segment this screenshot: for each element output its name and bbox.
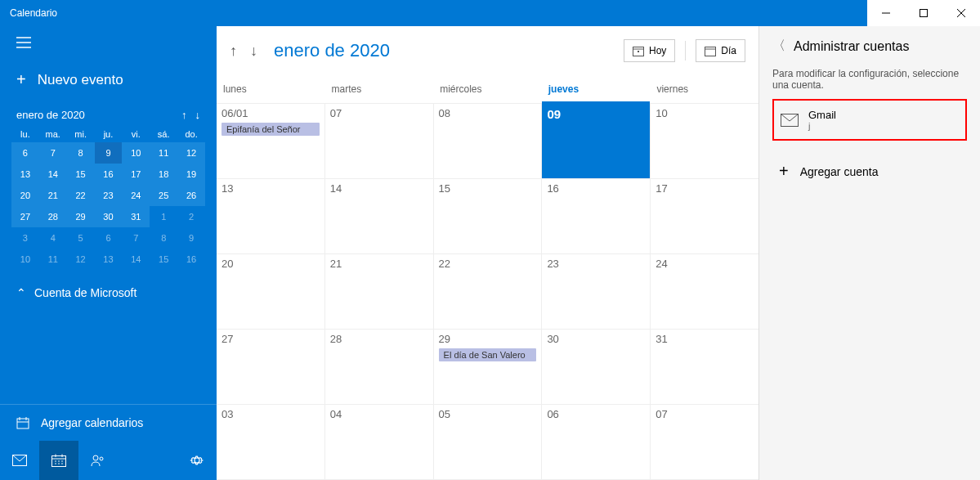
mini-day-cell[interactable]: 7 <box>122 227 150 249</box>
mini-day-cell[interactable]: 9 <box>95 142 123 164</box>
mini-day-cell[interactable]: 29 <box>67 206 95 227</box>
mini-day-cell[interactable]: 24 <box>122 185 150 206</box>
mini-day-cell[interactable]: 20 <box>11 185 39 206</box>
mini-day-cell[interactable]: 22 <box>67 185 95 206</box>
mini-day-cell[interactable]: 8 <box>150 227 177 249</box>
day-number: 15 <box>439 182 537 195</box>
calendar-day-cell[interactable]: 04 <box>325 405 434 479</box>
cal-prev-button[interactable]: ↑ <box>230 43 237 60</box>
calendar-day-cell[interactable]: 08 <box>434 104 543 178</box>
calendar-day-cell[interactable]: 21 <box>325 254 434 329</box>
calendar-event[interactable]: El día de San Valero <box>439 348 537 361</box>
mini-day-cell[interactable]: 14 <box>39 164 67 185</box>
minimize-button[interactable] <box>867 0 905 26</box>
mini-prev-button[interactable]: ↑ <box>181 109 187 121</box>
calendar-day-cell[interactable]: 22 <box>434 254 543 329</box>
mini-day-cell[interactable]: 16 <box>177 249 205 270</box>
panel-back-button[interactable]: 〈 <box>772 38 785 55</box>
calendar-day-cell[interactable]: 07 <box>325 104 434 178</box>
mini-day-cell[interactable]: 30 <box>95 206 123 227</box>
calendar-day-cell[interactable]: 05 <box>434 405 543 479</box>
add-calendars-button[interactable]: Agregar calendarios <box>0 404 217 441</box>
mini-day-cell[interactable]: 10 <box>122 142 150 164</box>
calendar-day-cell[interactable]: 13 <box>217 179 325 253</box>
mini-day-cell[interactable]: 17 <box>122 164 150 185</box>
mini-day-cell[interactable]: 12 <box>177 142 205 164</box>
mini-day-cell[interactable]: 2 <box>177 206 205 227</box>
mini-day-cell[interactable]: 5 <box>67 227 95 249</box>
mini-day-cell[interactable]: 6 <box>11 142 39 164</box>
calendar-day-cell[interactable]: 20 <box>217 254 325 329</box>
mini-day-cell[interactable]: 19 <box>177 164 205 185</box>
mini-day-cell[interactable]: 10 <box>11 249 39 270</box>
mini-day-cell[interactable]: 13 <box>95 249 123 270</box>
mini-day-cell[interactable]: 15 <box>67 164 95 185</box>
calendar-day-cell[interactable]: 27 <box>217 330 325 404</box>
calendar-day-cell[interactable]: 29El día de San Valero <box>434 330 543 404</box>
maximize-button[interactable] <box>905 0 942 26</box>
calendar-day-cell[interactable]: 03 <box>217 405 325 479</box>
mini-day-cell[interactable]: 11 <box>150 142 177 164</box>
mini-dow-label: do. <box>177 126 205 142</box>
calendar-day-cell[interactable]: 15 <box>434 179 543 253</box>
cal-next-button[interactable]: ↓ <box>250 43 257 60</box>
day-view-label: Día <box>721 45 736 56</box>
plus-icon: + <box>16 70 26 89</box>
mini-day-cell[interactable]: 13 <box>11 164 39 185</box>
calendar-nav-icon[interactable] <box>39 441 78 480</box>
account-item-gmail[interactable]: Gmail j <box>772 99 967 141</box>
today-button[interactable]: Hoy <box>624 39 675 62</box>
calendar-day-cell[interactable]: 31 <box>651 330 758 404</box>
mini-day-cell[interactable]: 9 <box>177 227 205 249</box>
calendar-day-cell[interactable]: 24 <box>651 254 758 329</box>
add-account-button[interactable]: + Agregar cuenta <box>772 157 967 186</box>
mini-day-cell[interactable]: 11 <box>39 249 67 270</box>
mini-day-cell[interactable]: 15 <box>150 249 177 270</box>
mini-day-cell[interactable]: 1 <box>150 206 177 227</box>
calendar-day-cell[interactable]: 16 <box>542 179 651 253</box>
people-nav-icon[interactable] <box>78 441 118 480</box>
mini-day-cell[interactable]: 28 <box>39 206 67 227</box>
mini-day-cell[interactable]: 3 <box>11 227 39 249</box>
mini-day-cell[interactable]: 6 <box>95 227 123 249</box>
dow-label: jueves <box>542 75 651 103</box>
mini-day-cell[interactable]: 31 <box>122 206 150 227</box>
calendar-day-cell[interactable]: 30 <box>542 330 651 404</box>
hamburger-menu[interactable] <box>0 26 217 59</box>
mini-day-cell[interactable]: 16 <box>95 164 123 185</box>
dow-label: miércoles <box>433 75 542 103</box>
mini-calendar-month: enero de 2020 <box>16 109 181 121</box>
calendar-day-cell[interactable]: 06/01Epifanía del Señor <box>217 104 325 178</box>
mini-day-cell[interactable]: 25 <box>150 185 177 206</box>
mini-day-cell[interactable]: 27 <box>11 206 39 227</box>
day-number: 03 <box>222 408 320 420</box>
calendar-day-cell[interactable]: 28 <box>325 330 434 404</box>
mini-day-cell[interactable]: 23 <box>95 185 123 206</box>
mini-day-cell[interactable]: 14 <box>122 249 150 270</box>
day-view-button[interactable]: Día <box>696 39 745 62</box>
close-button[interactable] <box>942 0 980 26</box>
calendar-event[interactable]: Epifanía del Señor <box>222 123 320 136</box>
day-number: 09 <box>547 107 645 121</box>
mini-day-cell[interactable]: 12 <box>67 249 95 270</box>
calendar-day-cell[interactable]: 06 <box>542 405 651 479</box>
calendar-day-cell[interactable]: 17 <box>651 179 758 253</box>
calendar-day-cell[interactable]: 07 <box>651 405 758 479</box>
mini-day-cell[interactable]: 18 <box>150 164 177 185</box>
mail-nav-icon[interactable] <box>0 441 39 480</box>
svg-rect-1 <box>920 10 928 17</box>
calendar-day-cell[interactable]: 10 <box>651 104 758 178</box>
new-event-button[interactable]: + Nuevo evento <box>0 59 217 101</box>
calendar-day-cell[interactable]: 23 <box>542 254 651 329</box>
mini-day-cell[interactable]: 21 <box>39 185 67 206</box>
dow-label: lunes <box>217 75 325 103</box>
mini-day-cell[interactable]: 7 <box>39 142 67 164</box>
mini-day-cell[interactable]: 26 <box>177 185 205 206</box>
settings-nav-icon[interactable] <box>177 441 217 480</box>
mini-next-button[interactable]: ↓ <box>195 109 201 121</box>
calendar-day-cell[interactable]: 14 <box>325 179 434 253</box>
mini-day-cell[interactable]: 8 <box>67 142 95 164</box>
calendar-day-cell[interactable]: 09 <box>542 104 651 178</box>
accounts-collapse[interactable]: ⌃ Cuenta de Microsoft <box>16 286 200 299</box>
mini-day-cell[interactable]: 4 <box>39 227 67 249</box>
